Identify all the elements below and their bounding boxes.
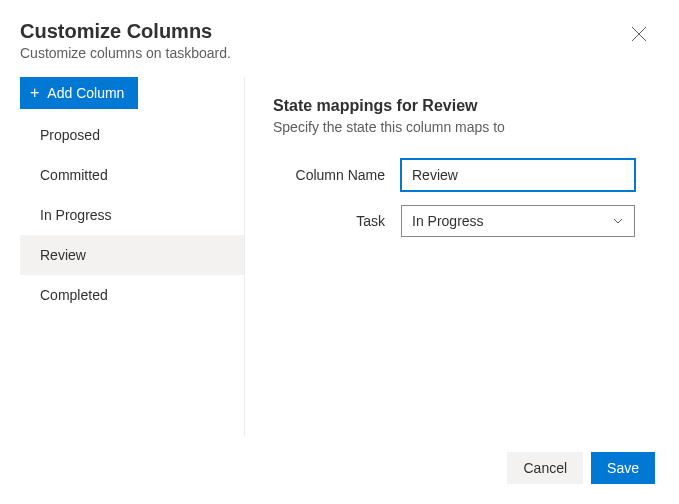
task-select[interactable]: In Progress xyxy=(401,205,635,237)
sidebar-item-completed[interactable]: Completed xyxy=(20,275,244,315)
dialog-body: + Add Column Proposed Committed In Progr… xyxy=(20,77,655,436)
close-icon xyxy=(632,27,646,41)
dialog-header: Customize Columns Customize columns on t… xyxy=(20,20,655,61)
plus-icon: + xyxy=(30,85,39,101)
column-name-input[interactable] xyxy=(401,159,635,191)
task-select-value: In Progress xyxy=(412,213,484,229)
column-name-label: Column Name xyxy=(273,167,401,183)
sidebar-item-committed[interactable]: Committed xyxy=(20,155,244,195)
add-column-label: Add Column xyxy=(47,85,124,101)
sidebar: + Add Column Proposed Committed In Progr… xyxy=(20,77,245,436)
customize-columns-dialog: Customize Columns Customize columns on t… xyxy=(0,0,679,504)
section-title: State mappings for Review xyxy=(273,97,655,115)
column-name-row: Column Name xyxy=(273,159,655,191)
section-description: Specify the state this column maps to xyxy=(273,119,655,135)
dialog-footer: Cancel Save xyxy=(20,436,655,504)
chevron-down-icon xyxy=(612,215,624,227)
sidebar-item-proposed[interactable]: Proposed xyxy=(20,115,244,155)
task-label: Task xyxy=(273,213,401,229)
add-column-button[interactable]: + Add Column xyxy=(20,77,138,109)
task-row: Task In Progress xyxy=(273,205,655,237)
main-panel: State mappings for Review Specify the st… xyxy=(245,77,655,436)
sidebar-item-review[interactable]: Review xyxy=(20,235,244,275)
dialog-title: Customize Columns xyxy=(20,20,655,43)
sidebar-item-in-progress[interactable]: In Progress xyxy=(20,195,244,235)
cancel-button[interactable]: Cancel xyxy=(507,452,583,484)
column-list: Proposed Committed In Progress Review Co… xyxy=(20,115,244,315)
save-button[interactable]: Save xyxy=(591,452,655,484)
dialog-subtitle: Customize columns on taskboard. xyxy=(20,45,655,61)
close-button[interactable] xyxy=(623,18,655,50)
